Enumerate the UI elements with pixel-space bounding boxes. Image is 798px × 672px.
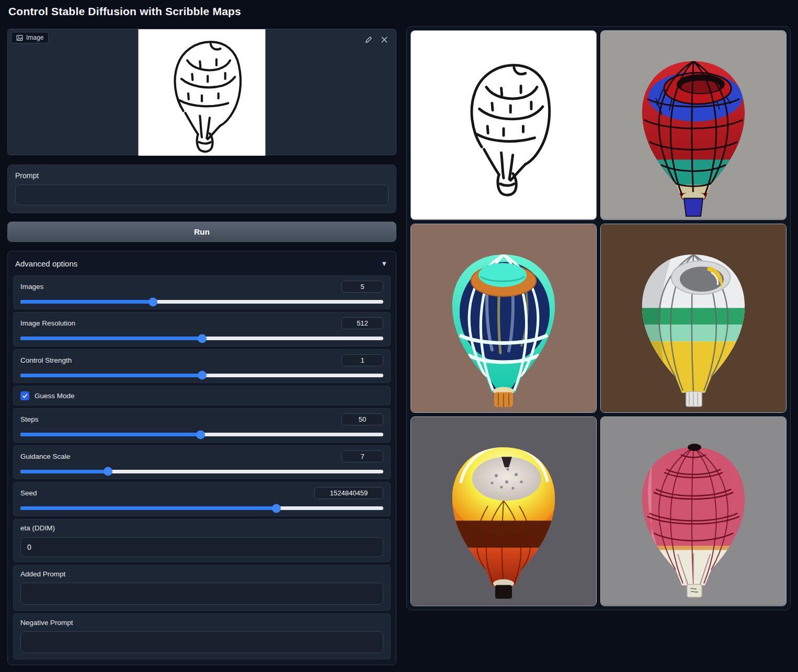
steps-slider-row: Steps xyxy=(13,408,391,442)
image-resolution-label: Image Resolution xyxy=(20,319,75,327)
steps-slider-handle[interactable] xyxy=(196,430,205,439)
seed-slider-row: Seed xyxy=(13,482,391,516)
edit-icon[interactable] xyxy=(364,36,373,44)
added-prompt-input[interactable] xyxy=(20,583,383,605)
negative-prompt-row: Negative Prompt xyxy=(13,613,391,659)
control-strength-label: Control Strength xyxy=(20,356,72,364)
run-button[interactable]: Run xyxy=(7,222,396,242)
prompt-panel: Prompt xyxy=(7,165,396,213)
gallery-item-scribble[interactable] xyxy=(411,30,597,220)
image-resolution-slider-handle[interactable] xyxy=(198,334,207,343)
negative-prompt-input[interactable] xyxy=(20,631,383,653)
control-strength-slider-handle[interactable] xyxy=(198,371,207,380)
uploaded-scribble-image[interactable] xyxy=(139,29,266,156)
added-prompt-row: Added Prompt xyxy=(13,565,391,611)
images-slider-row: Images xyxy=(13,275,391,309)
guidance-scale-value-input[interactable] xyxy=(341,450,383,462)
images-slider-track[interactable] xyxy=(20,300,383,304)
eta-input[interactable] xyxy=(20,537,383,557)
check-icon xyxy=(22,393,28,399)
image-resolution-slider-row: Image Resolution xyxy=(13,312,391,346)
steps-slider-track[interactable] xyxy=(20,433,383,436)
image-component-label: Image xyxy=(26,34,43,41)
image-resolution-value-input[interactable] xyxy=(341,317,383,329)
control-strength-value-input[interactable] xyxy=(341,354,383,366)
image-icon xyxy=(16,34,23,41)
guidance-scale-label: Guidance Scale xyxy=(20,453,70,460)
gallery-item-teal-balloon[interactable] xyxy=(411,224,597,413)
prompt-input[interactable] xyxy=(15,184,389,205)
advanced-options-label: Advanced options xyxy=(15,259,77,268)
guess-mode-checkbox[interactable] xyxy=(20,391,29,400)
advanced-options-header[interactable]: Advanced options ▼ xyxy=(8,251,396,275)
close-icon[interactable] xyxy=(380,36,389,44)
seed-label: Seed xyxy=(20,489,37,497)
guess-mode-label: Guess Mode xyxy=(35,392,75,400)
gallery-item-white-green-balloon[interactable] xyxy=(600,224,786,413)
seed-slider-track[interactable] xyxy=(20,506,383,510)
negative-prompt-label: Negative Prompt xyxy=(20,619,383,627)
prompt-label: Prompt xyxy=(15,171,389,180)
image-input-panel[interactable]: Image xyxy=(7,29,396,155)
guidance-scale-slider-handle[interactable] xyxy=(104,467,112,476)
gallery-item-orange-balloon[interactable] xyxy=(411,416,597,606)
image-component-badge: Image xyxy=(11,32,49,43)
result-gallery xyxy=(406,26,791,610)
control-strength-slider-row: Control Strength xyxy=(13,349,391,383)
seed-slider-handle[interactable] xyxy=(272,504,281,513)
images-value-input[interactable] xyxy=(341,281,383,293)
gallery-item-pink-balloon[interactable] xyxy=(600,416,786,606)
chevron-down-icon: ▼ xyxy=(381,260,387,268)
control-strength-slider-track[interactable] xyxy=(20,374,383,377)
gallery-item-red-balloon[interactable] xyxy=(600,30,786,220)
images-label: Images xyxy=(20,283,43,291)
advanced-options-body: Images Image Resolution Control St xyxy=(13,275,391,659)
guidance-scale-slider-row: Guidance Scale xyxy=(13,445,391,479)
steps-value-input[interactable] xyxy=(341,413,383,425)
page-title: Control Stable Diffusion with Scribble M… xyxy=(8,5,241,18)
guess-mode-row: Guess Mode xyxy=(13,386,391,405)
added-prompt-label: Added Prompt xyxy=(20,570,383,578)
eta-row: eta (DDIM) xyxy=(13,519,391,562)
seed-value-input[interactable] xyxy=(314,487,383,499)
guidance-scale-slider-track[interactable] xyxy=(20,470,383,473)
eta-label: eta (DDIM) xyxy=(20,524,383,532)
image-resolution-slider-track[interactable] xyxy=(20,337,383,340)
images-slider-handle[interactable] xyxy=(149,297,157,306)
app-page: Control Stable Diffusion with Scribble M… xyxy=(0,0,798,672)
advanced-options-accordion: Advanced options ▼ Images Image Resoluti… xyxy=(7,251,396,665)
steps-label: Steps xyxy=(20,415,39,423)
